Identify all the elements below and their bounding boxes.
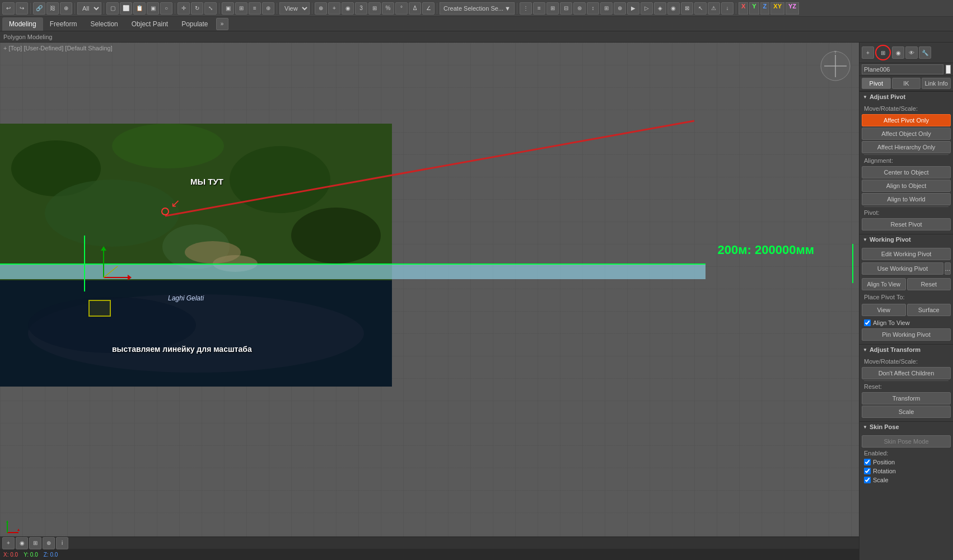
scene-btn[interactable]: ⊕ [614,2,626,15]
create-selection-dropdown-icon[interactable]: ▼ [504,5,511,12]
degree-btn[interactable]: ° [395,2,408,15]
layer-button[interactable]: ⊕ [262,2,274,15]
scale-reset-button[interactable]: Scale [862,406,951,418]
z-axis-button[interactable]: Z [760,2,770,15]
select-by-name-button[interactable]: 📋 [133,2,146,15]
affect-object-only-button[interactable]: Affect Object Only [862,128,951,140]
render-btn[interactable]: ▶ [627,2,639,15]
object-color-swatch[interactable] [946,65,951,74]
redo-button[interactable]: ↪ [16,2,28,15]
panel-utilities-icon[interactable]: 🔧 [919,46,931,59]
snap-toggle-button[interactable]: ▣ [222,2,234,15]
arrow-btn[interactable]: ↕ [587,2,599,15]
align-to-view-checkbox[interactable] [864,319,871,326]
snap2-btn[interactable]: ⊞ [368,2,381,15]
view-dropdown[interactable]: View [279,2,310,15]
align-to-view-button[interactable]: Align To View [862,278,906,290]
skin-pose-mode-button[interactable]: Skin Pose Mode [862,435,951,448]
align-to-world-button[interactable]: Align to World [862,193,951,205]
rotate-tool-button[interactable]: ↻ [191,2,203,15]
arrow2-btn[interactable]: ↓ [721,2,734,15]
pin-working-pivot-button[interactable]: Pin Working Pivot [862,328,951,341]
tab-pivot[interactable]: Pivot [862,78,891,89]
panel-plus-icon[interactable]: + [862,46,874,59]
circle-select-button[interactable]: ○ [160,2,172,15]
unlink-button[interactable]: ⛓ [46,2,59,15]
yz-axis-button[interactable]: YZ [786,2,799,15]
rotation-checkbox[interactable] [864,468,871,474]
xy-axis-button[interactable]: XY [770,2,784,15]
create-selection-button[interactable]: Create Selection Se... ▼ [440,2,515,15]
affect-pivot-only-button[interactable]: Affect Pivot Only [862,114,951,126]
working-pivot-header[interactable]: ▼ Working Pivot [859,234,953,244]
dont-affect-children-button[interactable]: Don't Affect Children [862,367,951,379]
number3-btn[interactable]: 3 [355,2,367,15]
grid2-btn[interactable]: ⊞ [546,2,559,15]
center-to-object-button[interactable]: Center to Object [862,166,951,178]
edit-working-pivot-button[interactable]: Edit Working Pivot [862,248,951,260]
tab-populate[interactable]: Populate [175,17,214,31]
skin-pose-header[interactable]: ▼ Skin Pose [859,421,953,432]
move-tool-button[interactable]: ✛ [177,2,190,15]
map-btn[interactable]: ⊠ [681,2,693,15]
pct-btn[interactable]: % [382,2,394,15]
viewport[interactable]: + [Top] [User-Defined] [Default Shading]… [0,43,859,560]
circle-btn[interactable]: ◉ [342,2,354,15]
viewport-menu-icon[interactable]: + [2,537,15,549]
transform-reset-button[interactable]: Transform [862,392,951,404]
link-button[interactable]: 🔗 [33,2,45,15]
panel-motion-icon[interactable]: ◉ [892,46,904,59]
object-name-input[interactable] [862,64,943,74]
tab-link-info[interactable]: Link Info [922,78,951,89]
align-to-object-button[interactable]: Align to Object [862,180,951,192]
transform2-button[interactable]: ⊕ [315,2,327,15]
viewport-snap-icon[interactable]: ⊕ [43,537,55,549]
viewport-stats-icon[interactable]: i [56,537,68,549]
tab-freeform[interactable]: Freeform [43,17,84,31]
rect-select-button[interactable]: ▣ [147,2,159,15]
mirror-button[interactable]: ⊞ [235,2,247,15]
bind-button[interactable]: ⊕ [60,2,72,15]
delta-btn[interactable]: Δ [409,2,421,15]
undo-button[interactable]: ↩ [2,2,15,15]
use-working-pivot-extra-button[interactable]: ... [945,262,951,275]
tab-ik[interactable]: IK [892,78,921,89]
reset-working-pivot-button[interactable]: Reset [907,278,951,290]
material-btn[interactable]: ◉ [667,2,680,15]
tab-modeling[interactable]: Modeling [2,17,43,31]
select-region-button[interactable]: ⬜ [120,2,132,15]
viewport-grid-icon[interactable]: ⊞ [29,537,41,549]
graph-btn[interactable]: ⋮ [520,2,532,15]
angle-btn[interactable]: ∠ [422,2,435,15]
dot-grid-btn[interactable]: ⊛ [573,2,586,15]
reset-pivot-button[interactable]: Reset Pivot [862,218,951,230]
list-btn[interactable]: ≡ [533,2,545,15]
y-axis-button[interactable]: Y [749,2,759,15]
adjust-transform-header[interactable]: ▼ Adjust Transform [859,344,953,355]
view-pivot-button[interactable]: View [862,304,906,316]
plus-button[interactable]: + [328,2,340,15]
x-axis-button[interactable]: X [739,2,748,15]
panel-hierarchy-icon[interactable]: ⊞ [877,46,889,59]
select-tool-button[interactable]: ▢ [106,2,119,15]
grid3-btn[interactable]: ⊟ [560,2,572,15]
cursor-btn[interactable]: ↖ [694,2,707,15]
scale-tool-button[interactable]: ⤡ [204,2,217,15]
render2-btn[interactable]: ▷ [641,2,653,15]
surface-pivot-button[interactable]: Surface [907,304,951,316]
tab-selection[interactable]: Selection [83,17,124,31]
affect-hierarchy-only-button[interactable]: Affect Hierarchy Only [862,141,951,153]
position-checkbox[interactable] [864,459,871,465]
use-working-pivot-button[interactable]: Use Working Pivot [862,262,943,275]
adjust-pivot-header[interactable]: ▼ Adjust Pivot [859,91,953,102]
align-button[interactable]: ≡ [249,2,261,15]
layers-btn[interactable]: ⊞ [600,2,613,15]
scale-checkbox[interactable] [864,477,871,483]
tab-extra-button[interactable]: » [216,18,228,30]
panel-display-icon[interactable]: 👁 [905,46,918,59]
viewport-shading-icon[interactable]: ◉ [16,537,28,549]
warning-btn[interactable]: ⚠ [708,2,720,15]
tab-object-paint[interactable]: Object Paint [125,17,175,31]
render3-btn[interactable]: ◈ [654,2,666,15]
selection-filter-dropdown[interactable]: All [77,2,101,15]
